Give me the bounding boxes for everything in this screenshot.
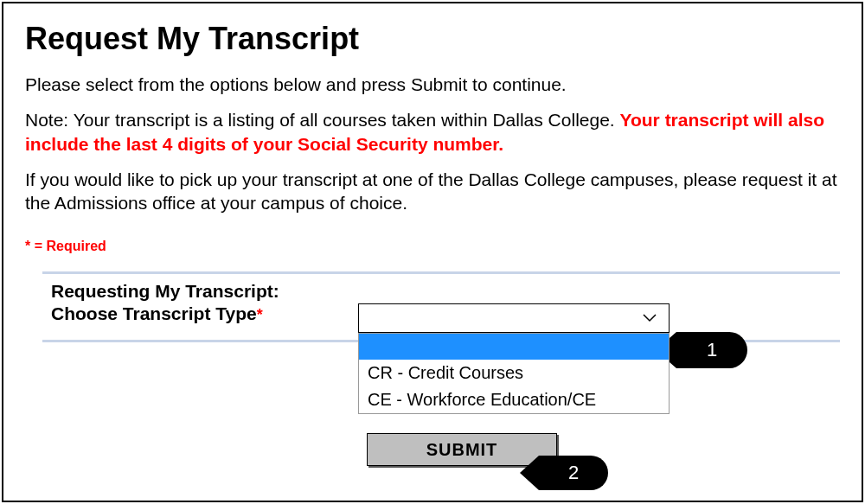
pickup-text: If you would like to pick up your transc… bbox=[25, 168, 840, 215]
intro-text: Please select from the options below and… bbox=[25, 73, 840, 96]
transcript-type-dropdown[interactable]: CR - Credit Courses CE - Workforce Educa… bbox=[358, 303, 670, 333]
required-star: * bbox=[257, 306, 263, 323]
note-prefix: Note: Your transcript is a listing of al… bbox=[25, 110, 620, 130]
dropdown-list: CR - Credit Courses CE - Workforce Educa… bbox=[358, 333, 670, 414]
required-legend: * = Required bbox=[25, 239, 840, 254]
chevron-down-icon bbox=[643, 314, 657, 322]
form-section-label: Requesting My Transcript: bbox=[42, 274, 840, 303]
form-section: Requesting My Transcript: Choose Transcr… bbox=[42, 271, 840, 466]
callout-marker-2: 2 bbox=[539, 456, 608, 490]
page-title: Request My Transcript bbox=[25, 21, 840, 57]
callout-marker-1: 1 bbox=[676, 332, 747, 368]
note-text: Note: Your transcript is a listing of al… bbox=[25, 108, 840, 156]
dropdown-option-ce[interactable]: CE - Workforce Education/CE bbox=[359, 386, 669, 413]
transcript-type-label: Choose Transcript Type* bbox=[51, 303, 358, 324]
page-container: Request My Transcript Please select from… bbox=[2, 2, 863, 502]
dropdown-select[interactable] bbox=[358, 303, 670, 333]
dropdown-option-cr[interactable]: CR - Credit Courses bbox=[359, 360, 669, 386]
dropdown-option-blank[interactable] bbox=[359, 334, 669, 360]
